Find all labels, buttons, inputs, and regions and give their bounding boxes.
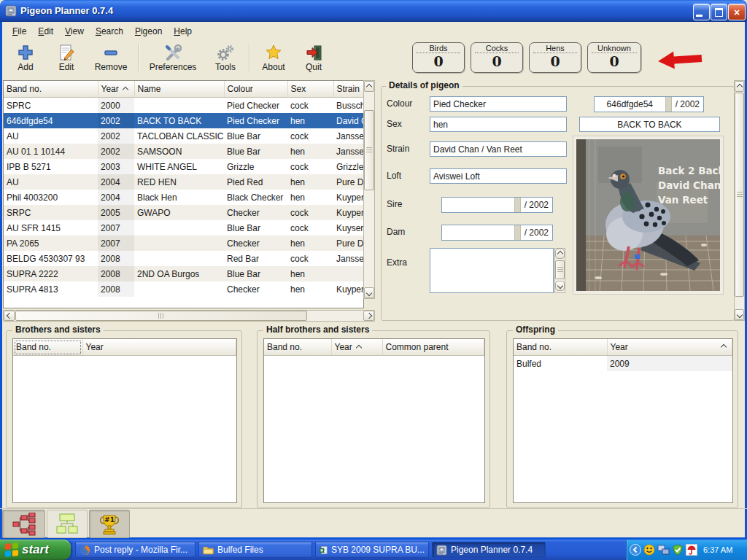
column-header-year[interactable]: Year bbox=[331, 339, 382, 356]
shield-check-icon[interactable] bbox=[672, 544, 684, 556]
menu-file[interactable]: File bbox=[7, 24, 32, 39]
scroll-up-icon bbox=[557, 251, 562, 257]
maximize-button[interactable] bbox=[711, 4, 727, 20]
cell-band: AU bbox=[4, 128, 98, 144]
collapse-tray-icon[interactable] bbox=[630, 544, 641, 556]
pigeon-photo[interactable]: Back 2 Back David Chan Van Reet bbox=[573, 136, 724, 295]
sex-input[interactable]: hen bbox=[430, 117, 567, 132]
scrollbar-thumb[interactable] bbox=[555, 260, 565, 279]
table-row[interactable]: AU 01 1 101442002SAMSOONBlue BarhenJanss… bbox=[4, 144, 363, 159]
cocks-counter-button[interactable]: Cocks 0 bbox=[471, 42, 523, 73]
colour-input[interactable]: Pied Checker bbox=[430, 96, 567, 112]
taskbar-item-pigeon-planner[interactable]: Pigeon Planner 0.7.4 bbox=[432, 542, 546, 558]
table-row[interactable]: SUPRA 222220082ND OA BurgosBlue Barhen bbox=[4, 266, 363, 281]
offspring-list: Band no. Year Bulfed2009 bbox=[513, 338, 733, 503]
table-row[interactable]: PA 20652007CheckerhenPure D bbox=[4, 236, 363, 251]
table-row[interactable]: AU2002TACLOBAN CLASSICBlue BarcockJansse bbox=[4, 128, 363, 144]
tools-button[interactable]: Tools bbox=[206, 42, 244, 74]
table-row[interactable]: IPB B 52712003WHITE ANGELGrizzlecockGriz… bbox=[4, 159, 363, 174]
preferences-button[interactable]: Preferences bbox=[142, 42, 204, 74]
table-row[interactable]: 646dfgde542002BACK TO BACKPied Checkerhe… bbox=[4, 113, 363, 128]
column-header-year[interactable]: Year bbox=[98, 81, 134, 98]
menu-pigeon[interactable]: Pigeon bbox=[129, 24, 168, 39]
remove-button[interactable]: Remove bbox=[88, 42, 133, 74]
menu-view[interactable]: View bbox=[59, 24, 90, 39]
relatives-view-tab[interactable] bbox=[47, 510, 88, 538]
column-header-common-parent[interactable]: Common parent bbox=[382, 339, 484, 356]
menu-help[interactable]: Help bbox=[168, 24, 198, 39]
cell-strain: Kuyser bbox=[333, 220, 363, 236]
tools-icon bbox=[217, 42, 234, 61]
pigeon-list: Band no. Year Name Colour Sex Strain SPR… bbox=[3, 80, 364, 308]
extra-textarea[interactable] bbox=[430, 248, 554, 293]
taskbar-item-label: Post reply - Mozilla Fir... bbox=[94, 545, 187, 555]
network-icon[interactable] bbox=[657, 545, 670, 556]
cell-strain: Kuyper bbox=[333, 281, 363, 297]
table-header-row: Band no. Year bbox=[13, 339, 236, 356]
about-button[interactable]: About bbox=[255, 42, 293, 74]
half-brothers-panel: Half brothers and sisters Band no. Year … bbox=[257, 330, 490, 508]
column-header-year[interactable]: Year bbox=[82, 339, 236, 356]
table-row[interactable]: BELDG 4530307 932008Red BarcockJansse bbox=[4, 251, 363, 266]
results-view-tab[interactable]: #1 bbox=[89, 510, 130, 538]
table-row[interactable]: Phil 40032002004Black HenBlack Checkerhe… bbox=[4, 190, 363, 205]
scrollbar-thumb[interactable] bbox=[15, 311, 307, 321]
minimize-button[interactable] bbox=[693, 4, 710, 20]
cell-sex: hen bbox=[287, 190, 333, 205]
quit-button[interactable]: Quit bbox=[295, 42, 332, 74]
table-row[interactable]: AU2004RED HENPied RedhenPure D bbox=[4, 174, 363, 190]
close-button[interactable]: × bbox=[728, 4, 746, 20]
taskbar-item-excel[interactable]: SYB 2009 SUPRA BU... bbox=[315, 542, 429, 558]
menu-search[interactable]: Search bbox=[90, 24, 129, 39]
extra-scrollbar[interactable] bbox=[554, 248, 565, 293]
edit-button[interactable]: Edit bbox=[47, 42, 85, 74]
table-row[interactable]: Bulfed2009 bbox=[514, 356, 732, 372]
red-arrow-annotation bbox=[656, 47, 704, 73]
cell-name bbox=[134, 236, 224, 251]
sire-band-input[interactable]: / 2002 bbox=[441, 197, 553, 213]
column-header-band[interactable]: Band no. bbox=[264, 339, 331, 356]
cell-colour: Pied Red bbox=[224, 174, 287, 190]
column-header-name[interactable]: Name bbox=[134, 81, 224, 98]
pedigree-view-tab[interactable] bbox=[2, 510, 45, 538]
band-divider bbox=[514, 225, 521, 240]
strain-input[interactable]: David Chan / Van Reet bbox=[430, 141, 567, 157]
hens-counter-button[interactable]: Hens 0 bbox=[529, 42, 581, 73]
column-header-band[interactable]: Band no. bbox=[13, 339, 82, 356]
scroll-right-icon bbox=[365, 313, 371, 319]
messenger-smiley-icon[interactable] bbox=[643, 544, 655, 556]
birds-counter-button[interactable]: Birds 0 bbox=[412, 42, 465, 73]
remove-icon bbox=[102, 42, 120, 61]
column-header-year[interactable]: Year bbox=[607, 339, 732, 356]
column-header-sex[interactable]: Sex bbox=[287, 81, 333, 98]
unknown-counter-button[interactable]: Unknown 0 bbox=[587, 42, 641, 73]
details-vertical-scrollbar[interactable] bbox=[734, 80, 745, 321]
cell-band: AU bbox=[4, 174, 98, 190]
table-horizontal-scrollbar[interactable] bbox=[3, 310, 375, 322]
cell-year: 2000 bbox=[98, 98, 134, 114]
scrollbar-thumb[interactable] bbox=[735, 93, 744, 297]
column-header-band[interactable]: Band no. bbox=[4, 81, 98, 98]
table-row[interactable]: SUPRA 48132008CheckerhenKuyper bbox=[4, 281, 363, 297]
dam-band-input[interactable]: / 2002 bbox=[441, 225, 553, 241]
title-bar[interactable]: Pigeon Planner 0.7.4 × bbox=[0, 0, 747, 22]
start-button[interactable]: start bbox=[0, 540, 71, 560]
menu-edit[interactable]: Edit bbox=[32, 24, 59, 39]
table-vertical-scrollbar[interactable] bbox=[363, 80, 375, 299]
column-header-band[interactable]: Band no. bbox=[514, 339, 607, 356]
add-button[interactable]: Add bbox=[7, 42, 44, 74]
scrollbar-thumb[interactable] bbox=[364, 110, 374, 190]
scroll-down-icon bbox=[366, 289, 372, 295]
avira-icon[interactable] bbox=[686, 544, 697, 556]
cell-sex: hen bbox=[287, 266, 333, 281]
table-row[interactable]: SPRC2000Pied CheckercockBussch bbox=[4, 98, 363, 114]
table-row[interactable]: SRPC2005GWAPOCheckercockKuyper bbox=[4, 205, 363, 220]
cell-strain: Kuyper bbox=[333, 205, 363, 220]
table-row[interactable]: AU SFR 14152007Blue BarcockKuyser bbox=[4, 220, 363, 236]
column-header-colour[interactable]: Colour bbox=[224, 81, 287, 98]
cell-sex: cock bbox=[287, 251, 333, 266]
loft-input[interactable]: Aviswei Loft bbox=[430, 168, 567, 184]
column-header-strain[interactable]: Strain bbox=[333, 81, 363, 98]
taskbar-item-firefox[interactable]: Post reply - Mozilla Fir... bbox=[75, 542, 196, 558]
taskbar-item-bulfed-files[interactable]: Bulfed Files bbox=[198, 542, 312, 558]
